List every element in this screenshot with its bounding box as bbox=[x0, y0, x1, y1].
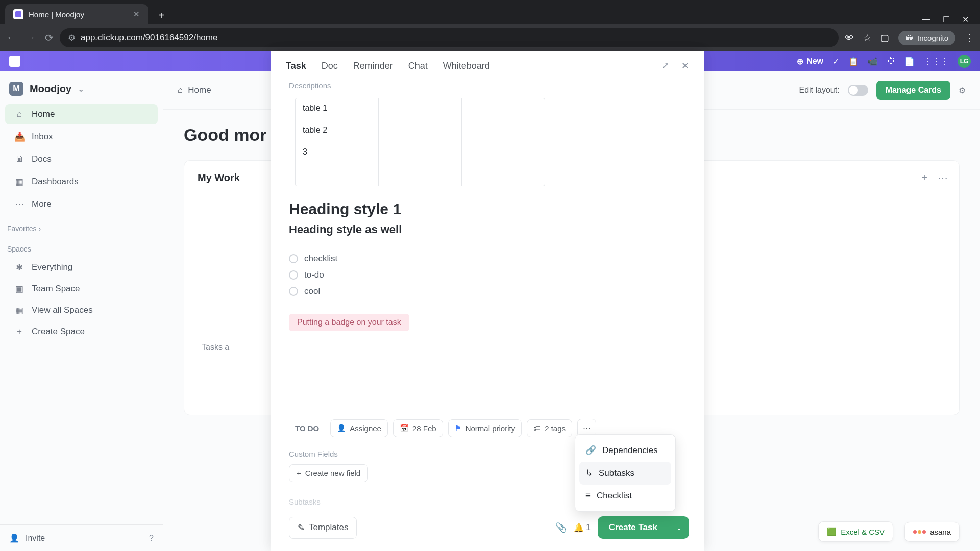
check-circle-icon[interactable]: ✓ bbox=[832, 57, 839, 66]
browser-toolbar: ← → ⟳ ⚙ app.clickup.com/9016164592/home … bbox=[0, 24, 980, 51]
table-row[interactable]: table 1 bbox=[296, 98, 545, 120]
invite-button[interactable]: 👤 Invite bbox=[9, 533, 45, 543]
tab-favicon-icon bbox=[13, 9, 23, 19]
settings-icon[interactable]: ⚙ bbox=[959, 86, 966, 95]
create-task-dropdown[interactable]: ⌄ bbox=[669, 516, 689, 539]
radio-icon[interactable] bbox=[289, 287, 298, 296]
sidebar-item-more[interactable]: ⋯ More bbox=[5, 194, 158, 214]
clickup-logo-icon[interactable] bbox=[9, 56, 20, 67]
incognito-icon: 🕶 bbox=[905, 34, 913, 42]
heading-1[interactable]: Heading style 1 bbox=[289, 201, 688, 218]
sidebar-item-everything[interactable]: ✱ Everything bbox=[5, 257, 158, 278]
spaces-section-label: Spaces bbox=[0, 236, 163, 256]
asana-chip[interactable]: asana bbox=[904, 522, 960, 542]
eye-off-icon[interactable]: 👁 bbox=[845, 33, 854, 43]
breadcrumb[interactable]: ⌂ Home bbox=[178, 85, 211, 95]
dropdown-item-dependencies[interactable]: 🔗 Dependencies bbox=[579, 439, 671, 462]
priority-pill[interactable]: ⚑ Normal priority bbox=[448, 419, 522, 437]
workspace-avatar: M bbox=[9, 82, 23, 96]
tab-whiteboard[interactable]: Whiteboard bbox=[443, 61, 490, 71]
tab-close-icon[interactable]: ✕ bbox=[133, 10, 140, 19]
sidebar-item-inbox[interactable]: 📥 Inbox bbox=[5, 127, 158, 147]
link-icon: 🔗 bbox=[585, 445, 596, 456]
attachment-icon[interactable]: 📎 bbox=[555, 522, 567, 533]
user-icon: 👤 bbox=[337, 424, 346, 432]
home-icon: ⌂ bbox=[178, 85, 183, 95]
address-bar[interactable]: ⚙ app.clickup.com/9016164592/home bbox=[60, 28, 839, 47]
expand-icon[interactable]: ⤢ bbox=[662, 60, 669, 71]
video-icon[interactable]: 📹 bbox=[868, 57, 878, 66]
create-task-button[interactable]: Create Task bbox=[598, 516, 669, 539]
tab-task[interactable]: Task bbox=[286, 61, 306, 71]
workspace-switcher[interactable]: M Moodjoy ⌄ bbox=[0, 71, 163, 103]
templates-button[interactable]: ✎ Templates bbox=[289, 517, 357, 539]
plus-icon: + bbox=[297, 469, 301, 478]
heading-2[interactable]: Heading style as well bbox=[289, 223, 688, 236]
more-icon[interactable]: ⋯ bbox=[938, 172, 948, 184]
incognito-badge[interactable]: 🕶 Incognito bbox=[898, 31, 955, 45]
tab-reminder[interactable]: Reminder bbox=[353, 61, 393, 71]
reload-icon[interactable]: ⟳ bbox=[45, 32, 54, 44]
flag-icon: ⚑ bbox=[455, 424, 461, 432]
dropdown-item-checklist[interactable]: ≡ Checklist bbox=[579, 485, 671, 507]
close-window-icon[interactable]: ✕ bbox=[962, 15, 969, 24]
wand-icon: ✎ bbox=[298, 522, 305, 533]
forward-icon[interactable]: → bbox=[26, 32, 36, 44]
stopwatch-icon[interactable]: ⏱ bbox=[887, 57, 895, 66]
site-info-icon[interactable]: ⚙ bbox=[68, 33, 76, 43]
radio-icon[interactable] bbox=[289, 254, 298, 263]
create-field-button[interactable]: + Create new field bbox=[289, 464, 368, 482]
maximize-icon[interactable]: ☐ bbox=[943, 15, 950, 24]
favorites-section[interactable]: Favorites › bbox=[0, 215, 163, 236]
help-icon[interactable]: ? bbox=[149, 534, 154, 543]
user-plus-icon: 👤 bbox=[9, 533, 19, 543]
assignee-pill[interactable]: 👤 Assignee bbox=[330, 419, 388, 437]
date-pill[interactable]: 📅 28 Feb bbox=[393, 419, 443, 437]
browser-tab[interactable]: Home | Moodjoy ✕ bbox=[5, 4, 148, 24]
apps-grid-icon[interactable]: ⋮⋮⋮ bbox=[924, 57, 948, 66]
bookmark-icon[interactable]: ☆ bbox=[863, 32, 871, 43]
edit-layout-label: Edit layout: bbox=[799, 86, 839, 95]
excel-icon: 🟩 bbox=[827, 527, 837, 536]
excel-csv-chip[interactable]: 🟩 Excel & CSV bbox=[818, 521, 893, 542]
team-icon: ▣ bbox=[14, 284, 24, 294]
back-icon[interactable]: ← bbox=[6, 32, 16, 44]
sidebar-item-create-space[interactable]: + Create Space bbox=[5, 321, 158, 342]
chevron-right-icon: › bbox=[38, 224, 41, 233]
table-row[interactable]: 3 bbox=[296, 142, 545, 164]
sidebar-item-docs[interactable]: 🗎 Docs bbox=[5, 149, 158, 169]
add-icon[interactable]: + bbox=[921, 172, 927, 184]
panel-icon[interactable]: ▢ bbox=[880, 32, 889, 43]
table-row[interactable] bbox=[296, 164, 545, 186]
description-label: Descriptions bbox=[289, 81, 688, 90]
sidebar-item-view-all-spaces[interactable]: ▦ View all Spaces bbox=[5, 300, 158, 320]
tags-pill[interactable]: 🏷 2 tags bbox=[527, 419, 572, 437]
edit-layout-toggle[interactable] bbox=[848, 85, 868, 96]
tab-chat[interactable]: Chat bbox=[408, 61, 428, 71]
chevron-down-icon: ⌄ bbox=[676, 524, 682, 532]
user-avatar[interactable]: LG bbox=[958, 55, 971, 68]
task-badge[interactable]: Putting a badge on your task bbox=[289, 314, 409, 331]
notifications-button[interactable]: 🔔 1 bbox=[574, 523, 591, 533]
description-table[interactable]: table 1 table 2 3 bbox=[295, 98, 545, 186]
tab-doc[interactable]: Doc bbox=[322, 61, 338, 71]
close-icon[interactable]: ✕ bbox=[681, 60, 689, 71]
sidebar-item-dashboards[interactable]: ▦ Dashboards bbox=[5, 171, 158, 192]
checklist-item[interactable]: to-do bbox=[289, 267, 688, 283]
table-row[interactable]: table 2 bbox=[296, 120, 545, 142]
dropdown-item-subtasks[interactable]: ↳ Subtasks bbox=[579, 462, 671, 485]
clipboard-icon[interactable]: 📋 bbox=[848, 57, 859, 66]
sidebar-item-team-space[interactable]: ▣ Team Space bbox=[5, 279, 158, 299]
new-tab-button[interactable]: + bbox=[152, 6, 170, 24]
notepad-icon[interactable]: 📄 bbox=[904, 57, 915, 66]
radio-icon[interactable] bbox=[289, 270, 298, 280]
status-pill[interactable]: TO DO bbox=[289, 420, 325, 437]
manage-cards-button[interactable]: Manage Cards bbox=[876, 81, 950, 100]
checklist-item[interactable]: cool bbox=[289, 283, 688, 299]
new-button[interactable]: ⊕ New bbox=[797, 57, 823, 66]
more-icon[interactable]: ⋮ bbox=[965, 32, 974, 43]
sidebar-item-home[interactable]: ⌂ Home bbox=[5, 104, 158, 124]
minimize-icon[interactable]: — bbox=[922, 15, 930, 24]
checklist-item[interactable]: checklist bbox=[289, 251, 688, 267]
url-text: app.clickup.com/9016164592/home bbox=[81, 33, 217, 43]
